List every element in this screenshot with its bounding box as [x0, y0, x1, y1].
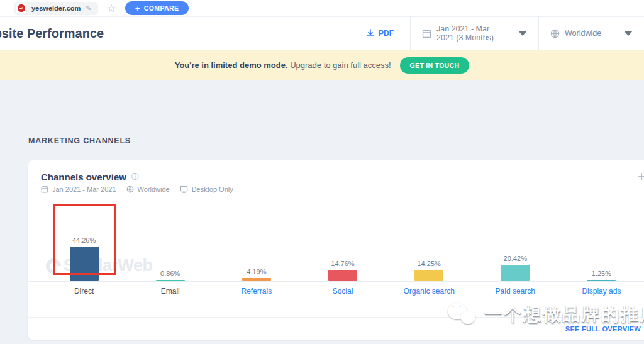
get-in-touch-button[interactable]: GET IN TOUCH: [400, 57, 470, 74]
domain-chip[interactable]: yeswelder.com ✎: [14, 2, 98, 15]
channel-label-paid-search[interactable]: Paid search: [472, 287, 558, 296]
date-range-picker[interactable]: Jan 2021 - Mar 2021 (3 Months): [410, 17, 538, 50]
meta-device: Desktop Only: [192, 186, 233, 193]
chart-column-paid-search: 20.42%: [472, 255, 558, 281]
chart-columns: 44.26%0.86%4.19%14.76%14.25%20.42%1.25%: [28, 223, 644, 281]
channel-label-display-ads[interactable]: Display ads: [558, 287, 644, 296]
top-bar: yeswelder.com ✎ ☆ + COMPARE: [0, 0, 644, 17]
bar-value-display-ads: 1.25%: [592, 270, 611, 277]
card-footer: SEE FULL OVERVIEW: [28, 317, 644, 340]
bar-value-paid-search: 20.42%: [504, 255, 527, 262]
page-title: Website Performance: [0, 26, 104, 41]
bar-value-referrals: 4.19%: [247, 268, 266, 275]
card-header: Channels overview ⓘ Jan 2021 - Mar 2021 …: [28, 160, 644, 193]
channel-label-organic-search[interactable]: Organic search: [386, 287, 472, 296]
channel-label-referrals[interactable]: Referrals: [213, 287, 299, 296]
domain-name: yeswelder.com: [31, 4, 80, 12]
banner-normal-text: Upgrade to gain full access!: [290, 60, 391, 70]
meta-date: Jan 2021 - Mar 2021: [52, 186, 116, 193]
banner-text: You're in limited demo mode. Upgrade to …: [175, 60, 391, 70]
compare-button[interactable]: + COMPARE: [125, 1, 189, 15]
chart-column-email: 0.86%: [127, 270, 213, 282]
date-range-value: Jan 2021 - Mar 2021 (3 Months): [436, 25, 508, 42]
bar-value-social: 14.76%: [331, 260, 354, 267]
compare-label: COMPARE: [144, 4, 179, 12]
site-favicon: [16, 3, 26, 13]
plus-icon: +: [135, 4, 140, 13]
chart-column-social: 14.76%: [299, 260, 386, 281]
calendar-icon: [41, 186, 48, 193]
download-icon: [366, 29, 375, 38]
region-value: Worldwide: [565, 29, 601, 38]
channel-label-email: Email: [127, 287, 213, 296]
chart-column-display-ads: 1.25%: [558, 270, 644, 282]
see-full-overview-link[interactable]: SEE FULL OVERVIEW: [565, 325, 641, 333]
channels-bar-chart: SimilarWeb 44.26%0.86%4.19%14.76%14.25%2…: [28, 223, 644, 296]
bar-value-email: 0.86%: [160, 270, 180, 277]
bar-direct[interactable]: [70, 247, 99, 281]
card-title: Channels overview: [41, 172, 126, 182]
bar-social[interactable]: [328, 270, 357, 281]
info-icon[interactable]: ⓘ: [131, 172, 139, 182]
channel-label-social[interactable]: Social: [299, 287, 386, 296]
add-to-dashboard-icon[interactable]: +: [637, 168, 644, 186]
calendar-icon: [422, 29, 431, 38]
demo-mode-banner: You're in limited demo mode. Upgrade to …: [0, 50, 644, 80]
bar-display-ads[interactable]: [587, 280, 616, 282]
section-divider: [140, 141, 644, 141]
chart-column-referrals: 4.19%: [213, 268, 299, 281]
chart-category-labels: DirectEmailReferralsSocialOrganic search…: [28, 282, 644, 296]
channels-overview-card: + Channels overview ⓘ Jan 2021 - Mar 202…: [28, 160, 644, 340]
banner-bold-text: You're in limited demo mode.: [175, 60, 288, 70]
chart-column-direct: 44.26%: [41, 236, 127, 281]
edit-domain-icon[interactable]: ✎: [86, 4, 91, 13]
card-meta: Jan 2021 - Mar 2021 Worldwide Desktop On…: [41, 186, 644, 193]
favorite-star-icon[interactable]: ☆: [107, 3, 116, 14]
bar-value-organic-search: 14.25%: [417, 260, 440, 267]
bar-organic-search[interactable]: [414, 270, 443, 281]
channel-label-direct: Direct: [41, 287, 127, 296]
bar-email[interactable]: [156, 280, 185, 282]
export-pdf-button[interactable]: PDF: [350, 17, 410, 50]
globe-icon: [550, 29, 560, 38]
bar-paid-search[interactable]: [501, 265, 530, 281]
section-title: MARKETING CHANNELS: [28, 136, 131, 145]
pdf-label: PDF: [379, 29, 394, 38]
marketing-channels-section: MARKETING CHANNELS: [28, 136, 644, 145]
chart-column-organic-search: 14.25%: [386, 260, 472, 281]
chevron-down-icon: [624, 31, 633, 36]
globe-icon: [126, 186, 134, 193]
bar-value-direct: 44.26%: [72, 236, 96, 244]
page-header: Website Performance PDF Jan 2021 - Mar 2…: [0, 17, 644, 50]
desktop-icon: [180, 186, 188, 193]
chevron-down-icon: [518, 31, 527, 36]
region-picker[interactable]: Worldwide: [538, 17, 644, 50]
meta-region: Worldwide: [138, 186, 170, 193]
bar-referrals[interactable]: [242, 278, 271, 281]
